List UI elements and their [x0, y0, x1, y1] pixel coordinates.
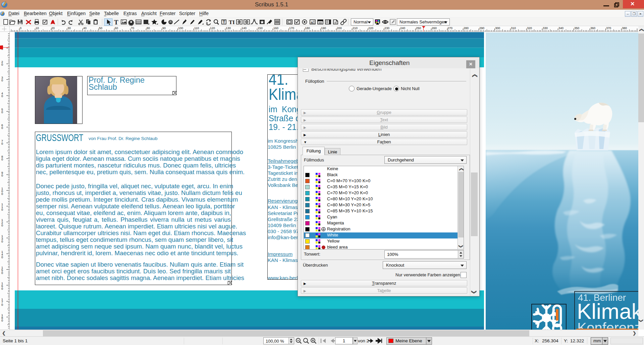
svg-text:TI: TI — [229, 19, 235, 25]
svg-text:T: T — [114, 19, 118, 26]
svg-text:T: T — [223, 20, 225, 24]
